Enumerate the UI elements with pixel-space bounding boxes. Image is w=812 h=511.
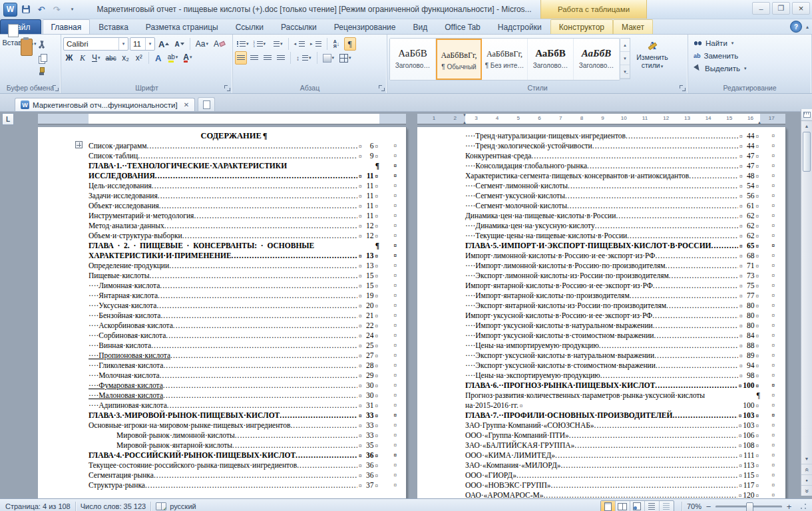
clear-formatting-button[interactable]: А (212, 37, 227, 51)
tab-insert[interactable]: Вставка (90, 19, 137, 34)
redo-button[interactable]: ↷ (50, 3, 63, 16)
copy-button[interactable] (37, 51, 53, 65)
undo-button[interactable]: ↶ (35, 3, 48, 16)
close-button[interactable]: × (792, 2, 810, 15)
table-move-handle-icon[interactable] (75, 141, 83, 148)
minimize-ribbon-icon[interactable]: ▴ (806, 24, 809, 30)
style-item-2[interactable]: АаБбВвГг,¶ Обычный (436, 39, 482, 80)
view-button-draft[interactable] (660, 501, 674, 511)
strikethrough-button[interactable]: abc (104, 51, 118, 65)
cut-button[interactable] (37, 38, 53, 51)
zoom-out-button[interactable]: − (704, 502, 713, 511)
line-spacing-button[interactable]: ↕▾ (294, 51, 313, 65)
styles-dialog-launcher[interactable] (680, 85, 686, 91)
tab-office-tab[interactable]: Office Tab (436, 19, 489, 34)
scroll-down-button[interactable]: ▼ (801, 454, 812, 464)
format-painter-button[interactable] (37, 65, 53, 78)
zoom-slider-thumb[interactable] (746, 502, 753, 511)
align-right-button[interactable] (262, 51, 274, 65)
document-page-left[interactable]: СОДЕРЖАНИЕ¶Список·диаграмм¤6¤¤Список·таб… (38, 127, 406, 498)
bold-button[interactable]: Ж (63, 51, 75, 65)
gallery-scroll-up-button[interactable]: ▲ (620, 39, 630, 52)
next-page-button[interactable]: » (801, 485, 812, 496)
clipboard-dialog-launcher[interactable] (53, 85, 59, 91)
change-case-button[interactable]: Аа▾ (194, 37, 210, 51)
subscript-button[interactable]: x₂ (120, 51, 132, 65)
maximize-button[interactable]: ❐ (772, 2, 790, 15)
grow-font-button[interactable]: А (156, 37, 171, 51)
word-app-icon[interactable]: W (3, 3, 17, 17)
font-dialog-launcher[interactable] (224, 85, 230, 91)
tab-design[interactable]: Конструктор (550, 19, 613, 34)
minimize-button[interactable]: – (752, 2, 770, 15)
word-count[interactable]: Число слов: 35 123 (81, 502, 146, 510)
tab-view[interactable]: Вид (404, 19, 436, 34)
style-item-4[interactable]: АаБбВЗаголово… (528, 39, 574, 80)
style-item-3[interactable]: АаБбВвГг,¶ Без инте… (482, 39, 528, 80)
bullets-button[interactable]: ▾ (235, 37, 251, 51)
zoom-in-button[interactable]: + (784, 502, 794, 511)
view-button-print-layout[interactable] (601, 501, 616, 511)
language-indicator[interactable]: русский (170, 502, 196, 510)
help-button[interactable]: ? (790, 21, 802, 33)
scroll-thumb[interactable] (803, 132, 811, 172)
multilevel-list-button[interactable]: ▾ (269, 37, 285, 51)
decrease-indent-button[interactable]: ◂ (292, 37, 307, 51)
tab-references[interactable]: Ссылки (227, 19, 272, 34)
font-color-button[interactable]: А▾ (181, 51, 194, 65)
select-button[interactable]: Выделить ▾ (690, 62, 809, 75)
justify-button[interactable] (275, 51, 287, 65)
font-size-select[interactable]: 11 ▾ (130, 37, 155, 51)
shading-button[interactable]: ▾ (321, 51, 337, 65)
paste-button[interactable]: Вставить▾ (2, 37, 37, 83)
proofing-status-icon[interactable] (156, 502, 166, 510)
tab-layout[interactable]: Макет (613, 19, 653, 34)
new-document-tab-button[interactable] (198, 97, 215, 111)
chevron-down-icon[interactable]: ▾ (118, 38, 128, 50)
tab-addins[interactable]: Надстройки (489, 19, 550, 34)
style-item-5[interactable]: АаБбВЗаголово… (574, 39, 620, 80)
italic-button[interactable]: К (77, 51, 89, 65)
tab-review[interactable]: Рецензирование (325, 19, 405, 34)
highlight-button[interactable]: ab▾ (166, 51, 180, 65)
zoom-level[interactable]: 70% (687, 502, 702, 510)
gallery-more-button[interactable]: ▼̲ (620, 65, 630, 79)
find-button[interactable]: Найти ▾ (690, 37, 809, 49)
hanging-indent-marker[interactable]: ▲ (463, 120, 467, 124)
show-formatting-marks-button[interactable]: ¶ (344, 37, 356, 51)
page-indicator[interactable]: Страница: 4 из 108 (5, 502, 71, 510)
align-left-button[interactable] (235, 51, 247, 65)
tab-stop-selector[interactable]: L (2, 113, 14, 125)
borders-button[interactable]: ▾ (337, 51, 353, 65)
shrink-font-button[interactable]: А (172, 37, 186, 51)
scroll-track[interactable] (801, 131, 812, 454)
change-styles-button[interactable]: А Изменить стили▾ (630, 37, 674, 83)
view-button-outline[interactable] (645, 501, 660, 511)
tab-page-layout[interactable]: Разметка страницы (137, 19, 227, 34)
tab-file[interactable]: Файл (0, 19, 41, 34)
superscript-button[interactable]: x² (133, 51, 145, 65)
document-tab[interactable]: W Маркетинговый отч...функциональности] … (15, 98, 195, 111)
tab-mailings[interactable]: Рассылки (272, 19, 325, 34)
right-indent-marker[interactable]: ▲ (757, 120, 761, 124)
text-effects-button[interactable]: А (152, 51, 164, 65)
style-item-1[interactable]: АаБбВЗаголово… (390, 39, 436, 80)
qat-customize-button[interactable]: ▾ (65, 3, 79, 16)
previous-page-button[interactable]: « (801, 464, 812, 474)
sort-button[interactable]: АЯ↓ (331, 37, 343, 51)
increase-indent-button[interactable]: ▸ (308, 37, 323, 51)
underline-button[interactable]: Ч▾ (90, 51, 102, 65)
view-button-full-screen-reading[interactable] (616, 501, 630, 511)
first-line-indent-marker[interactable]: ▼ (463, 113, 467, 117)
font-family-select[interactable]: Calibri ▾ (63, 37, 128, 51)
paragraph-dialog-launcher[interactable] (379, 85, 385, 91)
document-page-right[interactable]: ····Тренд·натурализации·пищевых·ингредие… (417, 127, 785, 498)
chevron-down-icon[interactable]: ▾ (145, 38, 154, 50)
tab-home[interactable]: Главная (43, 19, 91, 34)
resize-grip[interactable] (800, 503, 807, 510)
select-browse-object-button[interactable]: ● (801, 474, 812, 485)
zoom-slider[interactable] (715, 506, 782, 508)
scroll-up-button[interactable]: ▲ (801, 121, 812, 131)
save-button[interactable] (19, 3, 33, 16)
view-button-web-layout[interactable] (630, 501, 645, 511)
